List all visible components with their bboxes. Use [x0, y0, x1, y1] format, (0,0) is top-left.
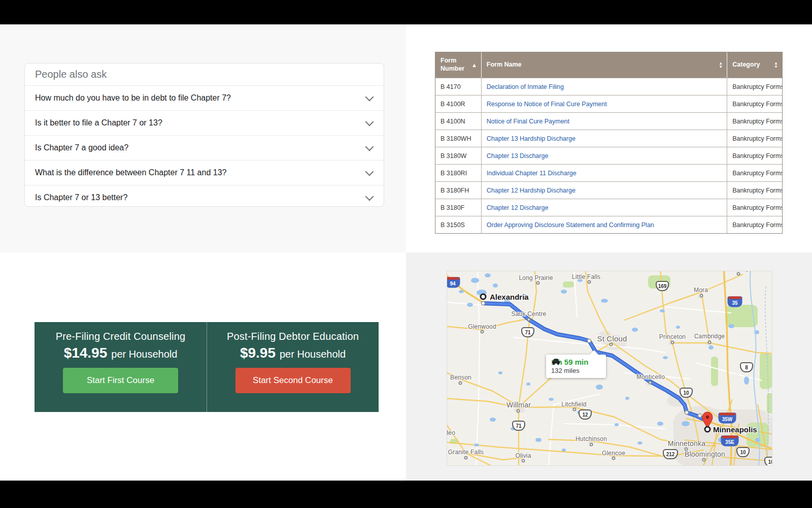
- first-course-price: $14.95 per Household: [64, 345, 178, 361]
- map-label-town: Bloomington: [685, 450, 725, 458]
- map-label-town: Olivia: [515, 452, 531, 459]
- category-cell: Bankruptcy Forms: [727, 130, 782, 147]
- paa-question-row[interactable]: Is Chapter 7 a good idea?: [25, 135, 384, 160]
- form-name-link[interactable]: Chapter 12 Hardship Discharge: [487, 187, 576, 194]
- start-second-course-button[interactable]: Start Second Course: [235, 368, 351, 393]
- shield-number: 10: [740, 450, 746, 455]
- form-name-link[interactable]: Individual Chapter 11 Discharge: [487, 170, 577, 177]
- route-map[interactable]: Long PrairieLittle FallsMoraHinckleySauk…: [447, 271, 772, 466]
- town-dot: [536, 281, 540, 285]
- shield-number: 212: [666, 452, 675, 457]
- form-number-cell: B 3150S: [435, 216, 482, 233]
- form-number-cell: B 3180F: [435, 199, 482, 216]
- map-label-town: Montevideo: [447, 429, 455, 436]
- form-number-cell: B 3180FH: [435, 182, 482, 199]
- people-also-ask-title: People also ask: [25, 64, 384, 85]
- form-number-cell: B 3180WH: [435, 130, 482, 147]
- course-pricing-panel: Pre-Filing Credit Counseling $14.95 per …: [35, 322, 379, 412]
- map-label-town: Granite Falls: [448, 449, 484, 456]
- sort-arrows-icon: ▲: [471, 62, 477, 68]
- chevron-down-icon[interactable]: [365, 117, 374, 126]
- paa-question-row[interactable]: Is Chapter 7 or 13 better?: [25, 185, 384, 207]
- chevron-down-icon[interactable]: [365, 167, 374, 176]
- chevron-down-icon[interactable]: [365, 92, 374, 101]
- map-label-town: Glenwood: [468, 323, 496, 330]
- form-name-cell: Order Approving Disclosure Statement and…: [482, 216, 728, 233]
- table-row: B 4100RResponse to Notice of Final Cure …: [435, 95, 782, 112]
- map-label-town: Glencoe: [602, 450, 625, 457]
- route-info-box[interactable]: 1 h 59 min 132 miles: [546, 355, 606, 378]
- form-name-cell: Chapter 13 Hardship Discharge: [482, 130, 728, 147]
- town-dot: [464, 456, 468, 460]
- chevron-down-icon[interactable]: [365, 142, 374, 151]
- forms-table-header: Form Number▲Form Name▲▼Category▲▼: [435, 52, 782, 78]
- town-dot: [649, 381, 652, 385]
- route-distance: 132 miles: [551, 367, 601, 374]
- town-dot: [590, 443, 593, 447]
- map-label-town: Sauk Centre: [512, 310, 547, 318]
- form-name-link[interactable]: Chapter 13 Hardship Discharge: [487, 135, 576, 142]
- form-name-link[interactable]: Notice of Final Cure Payment: [487, 118, 569, 125]
- forms-table-body: B 4170Declaration of Inmate FilingBankru…: [435, 78, 782, 233]
- start-first-course-button[interactable]: Start First Course: [63, 368, 178, 393]
- shield-number: 71: [516, 423, 521, 429]
- table-row: B 3180WHChapter 13 Hardship DischargeBan…: [435, 130, 782, 147]
- page-content: People also ask How much do you have to …: [0, 24, 812, 481]
- map-label-town: Minnetonka: [668, 439, 705, 448]
- letterbox-bottom: [0, 481, 812, 508]
- town-dot: [700, 294, 703, 298]
- map-label-city: Alexandria: [490, 293, 529, 301]
- sort-desc-icon: ▼: [774, 65, 778, 69]
- sort-asc-icon: ▲: [471, 62, 477, 68]
- town-dot: [702, 458, 706, 462]
- table-row: B 4170Declaration of Inmate FilingBankru…: [435, 78, 782, 95]
- town-dot: [612, 457, 616, 460]
- forms-table: Form Number▲Form Name▲▼Category▲▼ B 4170…: [435, 52, 783, 234]
- form-name-link[interactable]: Chapter 12 Discharge: [487, 204, 549, 211]
- table-row: B 4100NNotice of Final Cure PaymentBankr…: [435, 112, 782, 130]
- form-number-cell: B 3180W: [435, 147, 482, 164]
- town-dot: [708, 341, 712, 344]
- category-cell: Bankruptcy Forms: [727, 165, 782, 181]
- paa-question-text: Is Chapter 7 or 13 better?: [35, 193, 127, 202]
- column-label: Form Name: [487, 61, 522, 69]
- people-also-ask-list: How much do you have to be in debt to fi…: [25, 85, 384, 207]
- form-number-cell: B 3180RI: [435, 165, 482, 181]
- form-name-link[interactable]: Declaration of Inmate Filing: [487, 83, 564, 90]
- column-header-form-number[interactable]: Form Number▲: [435, 52, 482, 78]
- table-row: B 3180RIIndividual Chapter 11 DischargeB…: [435, 164, 782, 181]
- form-name-link[interactable]: Response to Notice of Final Cure Payment: [487, 101, 607, 108]
- form-name-cell: Response to Notice of Final Cure Payment: [482, 96, 728, 112]
- paa-question-text: Is it better to file a Chapter 7 or 13?: [35, 118, 162, 128]
- form-name-cell: Chapter 13 Discharge: [482, 147, 728, 164]
- map-label-town: Cambridge: [694, 333, 725, 340]
- price-unit: per Household: [111, 348, 177, 360]
- category-cell: Bankruptcy Forms: [727, 96, 782, 112]
- map-label-town: Willmar: [506, 401, 531, 409]
- shield-number: 94: [450, 281, 455, 287]
- column-header-form-name[interactable]: Form Name▲▼: [482, 52, 728, 78]
- shield-number: 8: [745, 365, 748, 370]
- column-label: Form Number: [441, 57, 469, 73]
- table-row: B 3180FHChapter 12 Hardship DischargeBan…: [435, 181, 782, 199]
- category-cell: Bankruptcy Forms: [727, 147, 782, 164]
- screenshot-canvas: People also ask How much do you have to …: [0, 0, 812, 508]
- paa-question-row[interactable]: What is the difference between Chapter 7…: [25, 160, 384, 185]
- shield-number: 71: [525, 330, 530, 335]
- category-cell: Bankruptcy Forms: [727, 182, 782, 199]
- interstate-shield-35e: 35E: [721, 436, 739, 447]
- paa-question-text: Is Chapter 7 a good idea?: [35, 143, 128, 152]
- paa-question-row[interactable]: How much do you have to be in debt to fi…: [25, 85, 384, 110]
- shield-number: 10: [768, 459, 772, 465]
- letterbox-top: [0, 0, 812, 24]
- column-label: Category: [732, 61, 760, 69]
- form-name-link[interactable]: Order Approving Disclosure Statement and…: [487, 221, 654, 229]
- chevron-down-icon[interactable]: [365, 192, 374, 201]
- paa-question-row[interactable]: Is it better to file a Chapter 7 or 13?: [25, 110, 384, 135]
- map-label-town: Mora: [694, 287, 708, 294]
- column-header-category[interactable]: Category▲▼: [727, 52, 782, 78]
- map-label-town: Benson: [450, 374, 471, 381]
- map-label-town: Long Prairie: [519, 274, 553, 281]
- form-name-link[interactable]: Chapter 13 Discharge: [487, 152, 549, 160]
- second-course-price: $9.95 per Household: [240, 345, 346, 361]
